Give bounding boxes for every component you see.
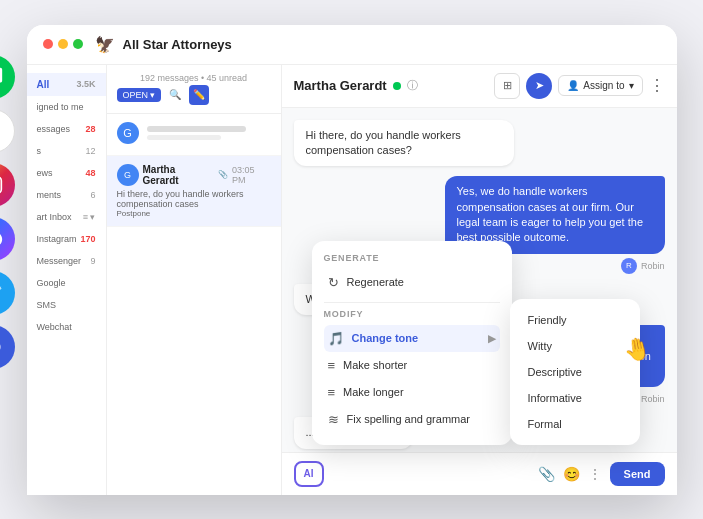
inbox-list: G G Martha Gerardt 📎 03:05 PM Hi t [107,114,281,495]
inbox-tag: Postpone [117,209,271,218]
nav-item-sms[interactable]: SMS [27,294,106,316]
regenerate-item[interactable]: ↻ Regenerate [324,269,500,296]
ai-badge-button[interactable]: AI [294,461,324,487]
open-status-badge[interactable]: OPEN ▾ [117,88,162,102]
make-longer-icon: ≡ [328,385,336,400]
app-logo: 🦅 [95,35,115,54]
sidebar-messenger-icon[interactable] [0,217,15,261]
inbox-item-martha[interactable]: G Martha Gerardt 📎 03:05 PM Hi there, do… [107,156,281,227]
sidebar-bird-icon[interactable] [0,325,15,369]
inbox-meta: 192 messages • 45 unread [117,73,271,83]
assign-button[interactable]: 👤 Assign to ▾ [558,75,642,96]
title-bar: 🦅 All Star Attorneys [27,25,677,65]
generate-section-label: GENERATE [324,253,500,263]
inbox-header: 192 messages • 45 unread OPEN ▾ 🔍 ✏️ [107,65,281,114]
tone-friendly[interactable]: Friendly [518,307,632,333]
nav-item-messenger[interactable]: Messenger 9 [27,250,106,272]
nav-item-messages[interactable]: essages 28 [27,118,106,140]
inbox-item-google[interactable]: G [107,114,281,156]
inbox-preview: Hi there, do you handle workers compensa… [117,189,271,209]
nav-item-webchat[interactable]: Webchat [27,316,106,338]
minimize-button[interactable] [58,39,68,49]
inbox-compose-button[interactable]: ✏️ [189,85,209,105]
chat-header: Martha Gerardt ⓘ ⊞ ➤ 👤 Assign to ▾ ⋮ [282,65,677,108]
nav-item-ews[interactable]: ews 48 [27,162,106,184]
left-nav: All 3.5K igned to me essages 28 s 12 ews… [27,65,107,495]
make-shorter-item[interactable]: ≡ Make shorter [324,352,500,379]
inbox-controls: OPEN ▾ 🔍 ✏️ [117,85,271,105]
tone-submenu: Friendly Witty Descriptive Informative F… [510,299,640,445]
make-longer-item[interactable]: ≡ Make longer [324,379,500,406]
sidebar-messages-icon[interactable] [0,55,15,99]
grid-icon-button[interactable]: ⊞ [494,73,520,99]
fix-spelling-item[interactable]: ≋ Fix spelling and grammar [324,406,500,433]
nav-item-instagram[interactable]: Instagram 170 [27,228,106,250]
sidebar-instagram-icon[interactable] [0,163,15,207]
message-row-1: Hi there, do you handle workers compensa… [294,120,665,167]
tone-descriptive[interactable]: Descriptive [518,359,632,385]
popup-divider [324,302,500,303]
message-bubble-1: Hi there, do you handle workers compensa… [294,120,514,167]
inbox-search-button[interactable]: 🔍 [165,85,185,105]
main-layout: All 3.5K igned to me essages 28 s 12 ews… [27,65,677,495]
nav-item-google[interactable]: Google [27,272,106,294]
msg-sender-avatar: R [621,258,637,274]
inbox-panel: 192 messages • 45 unread OPEN ▾ 🔍 ✏️ [107,65,282,495]
more-input-icon[interactable]: ⋮ [588,466,602,482]
input-icons: 📎 😊 ⋮ [538,466,602,482]
change-tone-icon: 🎵 [328,331,344,346]
inbox-avatar-google: G [117,122,139,144]
online-status-dot [393,82,401,90]
nav-item-s[interactable]: s 12 [27,140,106,162]
make-shorter-icon: ≡ [328,358,336,373]
regenerate-icon: ↻ [328,275,339,290]
inbox-avatar-martha: G [117,164,139,186]
cursor-pointer: 🤚 [621,334,652,364]
chat-actions: ⊞ ➤ 👤 Assign to ▾ ⋮ [494,73,664,99]
nav-item-artinbox[interactable]: art Inbox ≡ ▾ [27,206,106,228]
close-button[interactable] [43,39,53,49]
chat-input-area: AI 📎 😊 ⋮ Send [282,452,677,495]
emoji-icon[interactable]: 😊 [563,466,580,482]
ai-popup: GENERATE ↻ Regenerate MODIFY 🎵 Change to… [312,241,512,445]
modify-section-label: MODIFY [324,309,500,319]
sidebar-google-icon[interactable]: G [0,109,15,153]
send-button[interactable]: Send [610,462,665,486]
change-tone-arrow: ▶ [488,333,496,344]
change-tone-item[interactable]: 🎵 Change tone ▶ [324,325,500,352]
svg-rect-0 [0,176,1,193]
traffic-lights [43,39,83,49]
tone-formal[interactable]: Formal [518,411,632,437]
chat-contact-name: Martha Gerardt [294,78,387,93]
nav-item-ments[interactable]: ments 6 [27,184,106,206]
tone-witty[interactable]: Witty [518,333,632,359]
send-direct-button[interactable]: ➤ [526,73,552,99]
tone-informative[interactable]: Informative [518,385,632,411]
more-options-button[interactable]: ⋮ [649,76,665,95]
app-title: All Star Attorneys [123,37,232,52]
icon-sidebar: G [0,55,15,369]
sidebar-twitter-icon[interactable] [0,271,15,315]
nav-item-all[interactable]: All 3.5K [27,73,106,96]
maximize-button[interactable] [73,39,83,49]
fix-spelling-icon: ≋ [328,412,339,427]
chat-contact-info: Martha Gerardt ⓘ [294,78,418,93]
contact-info-icon: ⓘ [407,78,418,93]
attachment-icon[interactable]: 📎 [538,466,555,482]
chat-panel: Martha Gerardt ⓘ ⊞ ➤ 👤 Assign to ▾ ⋮ [282,65,677,495]
nav-item-assigned[interactable]: igned to me [27,96,106,118]
app-window: G 🦅 All Star Attorneys All 3.5K [27,25,677,495]
